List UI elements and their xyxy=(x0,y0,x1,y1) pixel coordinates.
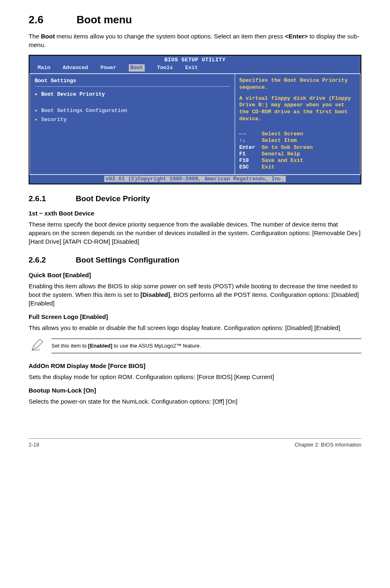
page-number: 2-18 xyxy=(29,441,39,449)
key-arrows-lr: ←→ xyxy=(239,131,262,137)
intro-paragraph: The Boot menu items allow you to change … xyxy=(29,32,361,49)
key-legend: ←→Select Screen ↑↓Select Item EnterGo to… xyxy=(239,131,356,171)
bios-title: BIOS SETUP UTILITY xyxy=(29,56,361,64)
section-title: Boot menu xyxy=(76,13,132,26)
bios-footer: v02.61 (C)Copyright 1985-2009, American … xyxy=(29,175,361,184)
heading-bootup-numlock: Bootup Num-Lock [On] xyxy=(29,386,361,395)
para-boot-device: These items specify the boot device prio… xyxy=(29,220,361,246)
chapter-label: Chapter 2: BIOS information xyxy=(295,441,361,449)
subsection-2-6-1: 2.6.1 Boot Device Priority xyxy=(29,193,361,204)
para-addon-rom: Sets the display mode for option ROM. Co… xyxy=(29,373,361,381)
heading-full-screen-logo: Full Screen Logo [Enabled] xyxy=(29,312,361,321)
heading-addon-rom: AddOn ROM Display Mode [Force BIOS] xyxy=(29,361,361,370)
section-number: 2.6 xyxy=(29,13,43,26)
note-block: Set this item to [Enabled] to use the AS… xyxy=(29,338,361,354)
key-f1: F1 xyxy=(239,151,262,157)
tab-advanced: Advanced xyxy=(63,64,88,72)
bios-help-panel: Specifies the Boot Device Priority seque… xyxy=(235,74,361,175)
tab-main: Main xyxy=(38,64,50,72)
heading-boot-device: 1st ~ xxth Boot Device xyxy=(29,209,361,218)
page-footer: 2-18 Chapter 2: BIOS information xyxy=(29,438,361,449)
bios-left-panel: Boot Settings Boot Device Priority Boot … xyxy=(29,74,235,175)
tab-tools: Tools xyxy=(157,64,173,72)
tab-power: Power xyxy=(101,64,117,72)
item-boot-settings-config: Boot Settings Configuration xyxy=(35,106,230,115)
key-arrows-ud: ↑↓ xyxy=(239,137,262,144)
bios-screenshot: BIOS SETUP UTILITY Main Advanced Power B… xyxy=(29,55,361,184)
item-boot-device-priority: Boot Device Priority xyxy=(35,90,230,99)
note-text: Set this item to [Enabled] to use the AS… xyxy=(52,339,361,353)
tab-boot: Boot xyxy=(129,64,145,72)
boot-settings-heading: Boot Settings xyxy=(35,77,230,85)
item-security: Security xyxy=(35,115,230,124)
key-esc: ESC xyxy=(239,164,262,171)
key-f10: F10 xyxy=(239,157,262,164)
key-enter: Enter xyxy=(239,144,262,151)
section-heading: 2.6 Boot menu xyxy=(29,12,361,27)
para-bootup-numlock: Selects the power-on state for the NumLo… xyxy=(29,397,361,406)
help-text-top: Specifies the Boot Device Priority seque… xyxy=(239,77,356,91)
tab-exit: Exit xyxy=(185,64,198,72)
para-quick-boot: Enabling this item allows the BIOS to sk… xyxy=(29,282,361,307)
bios-tabs: Main Advanced Power Boot Tools Exit xyxy=(29,64,361,73)
para-full-screen-logo: This allows you to enable or disable the… xyxy=(29,323,361,332)
subsection-2-6-2: 2.6.2 Boot Settings Configuration xyxy=(29,255,361,266)
heading-quick-boot: Quick Boot [Enabled] xyxy=(29,271,361,279)
note-pencil-icon xyxy=(30,338,44,354)
help-text-mid: A virtual floppy disk drive (Floppy Driv… xyxy=(239,95,356,123)
divider xyxy=(35,86,230,87)
